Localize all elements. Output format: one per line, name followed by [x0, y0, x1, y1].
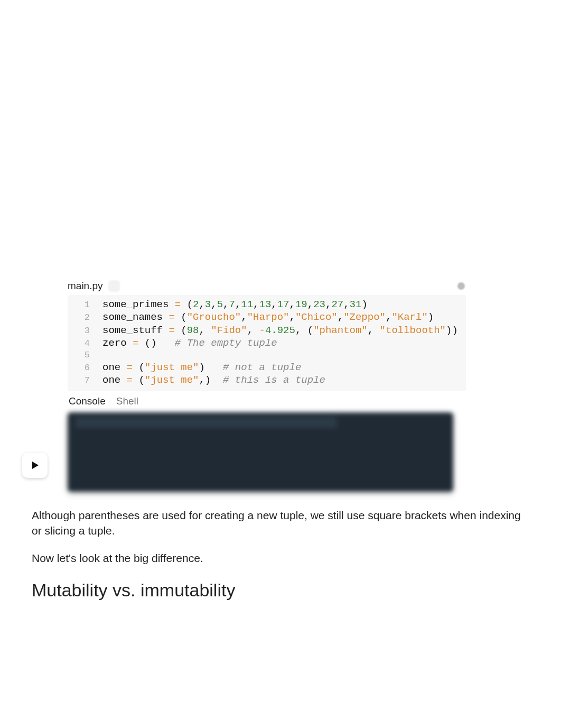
- console-blur-line: [75, 417, 337, 428]
- code-content: zero = () # The empty tuple: [102, 337, 277, 349]
- code-line: 7one = ("just me",) # this is a tuple: [68, 374, 466, 386]
- svg-marker-0: [32, 462, 39, 469]
- code-line: 4zero = () # The empty tuple: [68, 337, 466, 349]
- output-tabs: Console Shell: [68, 391, 466, 410]
- prose: Although parentheses are used for creati…: [32, 508, 529, 566]
- line-number: 1: [68, 299, 102, 311]
- line-number: 7: [68, 375, 102, 386]
- tab-shell[interactable]: Shell: [116, 395, 138, 407]
- code-line: 6one = ("just me") # not a tuple: [68, 361, 466, 374]
- status-dot: [457, 282, 465, 290]
- code-content: some_names = ("Groucho","Harpo","Chico",…: [102, 311, 434, 324]
- code-editor: main.py 1some_primes = (2,3,5,7,11,13,17…: [68, 280, 466, 492]
- play-icon: [31, 461, 39, 469]
- line-number: 5: [68, 349, 102, 361]
- line-number: 2: [68, 312, 102, 324]
- code-line: 3some_stuff = (98, "Fido", -4.925, ("pha…: [68, 324, 466, 337]
- code-content: some_stuff = (98, "Fido", -4.925, ("phan…: [102, 324, 458, 337]
- line-number: 3: [68, 325, 102, 337]
- line-number: 4: [68, 338, 102, 349]
- code-content: some_primes = (2,3,5,7,11,13,17,19,23,27…: [102, 298, 368, 311]
- code-content: one = ("just me") # not a tuple: [102, 361, 301, 374]
- line-number: 6: [68, 362, 102, 374]
- code-line: 2some_names = ("Groucho","Harpo","Chico"…: [68, 311, 466, 324]
- code-line: 1some_primes = (2,3,5,7,11,13,17,19,23,2…: [68, 298, 466, 311]
- tab-console[interactable]: Console: [69, 395, 106, 407]
- code-content: one = ("just me",) # this is a tuple: [102, 374, 325, 386]
- console-output[interactable]: [68, 412, 453, 492]
- file-name: main.py: [68, 280, 103, 292]
- paragraph-1: Although parentheses are used for creati…: [32, 508, 529, 539]
- file-decoration: [108, 280, 120, 292]
- section-heading: Mutability vs. immutability: [32, 580, 529, 601]
- paragraph-2: Now let's look at the big difference.: [32, 550, 529, 566]
- run-button[interactable]: [22, 453, 48, 478]
- code-block[interactable]: 1some_primes = (2,3,5,7,11,13,17,19,23,2…: [68, 295, 466, 391]
- code-line: 5: [68, 349, 466, 361]
- file-header: main.py: [68, 280, 466, 295]
